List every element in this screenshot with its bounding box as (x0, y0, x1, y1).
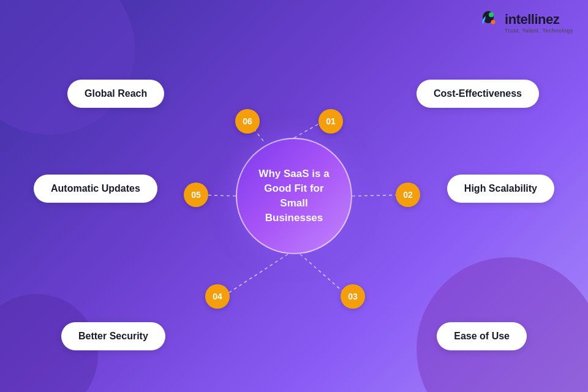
badge-number: 01 (326, 116, 336, 126)
badge-number: 06 (243, 116, 252, 126)
pill-label: Ease of Use (454, 331, 510, 341)
pill-label: Better Security (78, 331, 148, 341)
pill-high-scalability: High Scalability (447, 175, 554, 203)
badge-number: 02 (403, 190, 413, 200)
pill-global-reach: Global Reach (67, 80, 164, 108)
badge-number: 05 (191, 190, 201, 200)
pill-label: High Scalability (464, 183, 537, 194)
logo-text: intellinez Trust. Talent. Technology (505, 12, 573, 34)
badge-number: 04 (213, 292, 222, 301)
logo-icon (477, 11, 500, 34)
badge-04: 04 (205, 284, 230, 309)
center-text: Why SaaS is aGood Fit forSmallBusinesses (258, 167, 329, 225)
logo-name: intellinez (505, 12, 573, 28)
logo: intellinez Trust. Talent. Technology (477, 11, 573, 34)
pill-ease-of-use: Ease of Use (437, 322, 527, 350)
badge-02: 02 (396, 183, 420, 207)
pill-label: Global Reach (85, 88, 147, 99)
logo-tagline: Trust. Talent. Technology (505, 28, 573, 34)
pill-automatic-updates: Automatic Updates (34, 175, 157, 203)
main-content: intellinez Trust. Talent. Technology Why… (0, 0, 588, 392)
pill-label: Cost-Effectiveness (434, 88, 522, 99)
svg-point-1 (489, 12, 494, 17)
badge-05: 05 (184, 183, 208, 207)
badge-06: 06 (235, 109, 260, 134)
badge-number: 03 (348, 292, 358, 301)
pill-better-security: Better Security (61, 322, 165, 350)
center-circle: Why SaaS is aGood Fit forSmallBusinesses (236, 138, 352, 254)
pill-label: Automatic Updates (51, 183, 140, 194)
badge-01: 01 (318, 109, 343, 134)
pill-cost-effectiveness: Cost-Effectiveness (417, 80, 539, 108)
badge-03: 03 (341, 284, 365, 309)
svg-point-2 (491, 20, 496, 24)
